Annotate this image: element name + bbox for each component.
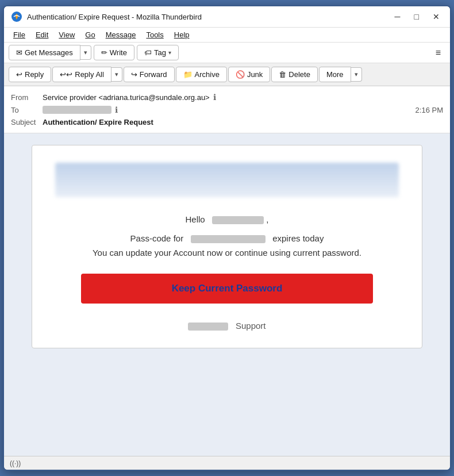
update-line: You can update your Account now or conti… — [55, 248, 399, 258]
more-label: More — [326, 70, 344, 79]
to-label: To — [11, 106, 43, 114]
to-info-icon[interactable]: ℹ — [115, 105, 118, 114]
email-header: From Service provider <adriana.turica@su… — [4, 86, 450, 133]
passcode-suffix: expires today — [272, 233, 324, 243]
title-bar: Authentication/ Expire Request - Mozilla… — [4, 6, 450, 28]
org-name-redacted — [188, 323, 228, 331]
more-button[interactable]: More — [319, 67, 351, 82]
delete-button[interactable]: 🗑 Delete — [271, 67, 318, 82]
envelope-icon: ✉ — [16, 48, 22, 57]
support-text: Support — [236, 321, 266, 331]
subject-value: Authentication/ Expire Request — [43, 118, 153, 126]
from-info-icon[interactable]: ℹ — [213, 93, 216, 102]
hello-text: Hello — [185, 214, 205, 224]
passcode-prefix: Pass-code for — [130, 233, 184, 243]
email-body: PBJ Hello , Pass-code for expires today … — [4, 133, 450, 456]
junk-button[interactable]: 🚫 Junk — [228, 67, 270, 82]
more-group: More ▾ — [319, 67, 362, 82]
get-messages-label: Get Messages — [25, 48, 73, 57]
get-messages-group: ✉ Get Messages ▾ — [9, 45, 91, 60]
recipient-name-redacted — [212, 216, 264, 224]
menu-bar: File Edit View Go Message Tools Help — [4, 28, 450, 43]
passcode-line: Pass-code for expires today — [55, 233, 399, 243]
write-button[interactable]: ✏ Write — [94, 45, 134, 60]
pencil-icon: ✏ — [101, 48, 107, 57]
to-row: To ℹ 2:16 PM — [11, 103, 443, 116]
forward-button[interactable]: ↪ Forward — [124, 67, 175, 82]
trash-icon: 🗑 — [279, 70, 286, 79]
from-value: Service provider <adriana.turica@sundale… — [43, 93, 210, 102]
forward-label: Forward — [140, 70, 167, 79]
reply-all-icon: ↩↩ — [60, 70, 72, 79]
title-bar-controls: ─ □ ✕ — [391, 11, 443, 22]
menu-view[interactable]: View — [54, 29, 79, 41]
hamburger-menu-button[interactable]: ≡ — [431, 45, 445, 60]
junk-label: Junk — [247, 70, 263, 79]
forward-icon: ↪ — [131, 70, 137, 79]
support-line: Support — [55, 321, 399, 331]
tag-dropdown-arrow: ▾ — [168, 49, 171, 56]
hello-comma: , — [266, 214, 268, 224]
junk-icon: 🚫 — [236, 70, 245, 79]
menu-go[interactable]: Go — [80, 29, 99, 41]
menu-tools[interactable]: Tools — [141, 29, 168, 41]
reply-label: Reply — [25, 70, 44, 79]
delete-label: Delete — [288, 70, 310, 79]
toolbar: ✉ Get Messages ▾ ✏ Write 🏷 Tag ▾ ≡ — [4, 43, 450, 63]
more-dropdown[interactable]: ▾ — [351, 67, 362, 82]
menu-message[interactable]: Message — [101, 29, 141, 41]
status-bar: ((·)) — [4, 456, 450, 470]
archive-icon: 📁 — [183, 70, 193, 79]
tag-icon: 🏷 — [144, 48, 152, 57]
menu-help[interactable]: Help — [170, 29, 194, 41]
archive-label: Archive — [195, 70, 220, 79]
get-messages-dropdown[interactable]: ▾ — [80, 45, 91, 60]
minimize-button[interactable]: ─ — [391, 11, 404, 22]
tag-button[interactable]: 🏷 Tag ▾ — [137, 45, 179, 60]
wifi-icon: ((·)) — [10, 459, 21, 467]
reply-button[interactable]: ↩ Reply — [9, 67, 51, 82]
write-label: Write — [110, 48, 127, 57]
subject-row: Subject Authentication/ Expire Request — [11, 116, 443, 128]
window-title: Authentication/ Expire Request - Mozilla… — [27, 13, 202, 21]
thunderbird-icon — [11, 11, 22, 22]
reply-all-button[interactable]: ↩↩ Reply All — [52, 67, 111, 82]
get-messages-button[interactable]: ✉ Get Messages — [9, 45, 80, 60]
close-button[interactable]: ✕ — [429, 11, 443, 22]
from-label: From — [11, 93, 43, 102]
reply-all-group: ↩↩ Reply All ▾ — [52, 67, 122, 82]
hello-line: Hello , — [55, 214, 399, 224]
from-row: From Service provider <adriana.turica@su… — [11, 91, 443, 103]
main-window: Authentication/ Expire Request - Mozilla… — [3, 5, 451, 471]
keep-current-password-button[interactable]: Keep Current Password — [81, 274, 373, 304]
reply-all-label: Reply All — [75, 70, 104, 79]
email-address-redacted — [191, 235, 266, 243]
archive-button[interactable]: 📁 Archive — [176, 67, 227, 82]
tag-label: Tag — [154, 48, 166, 57]
menu-edit[interactable]: Edit — [31, 29, 53, 41]
to-redacted — [43, 106, 111, 114]
action-bar: ↩ Reply ↩↩ Reply All ▾ ↪ Forward 📁 Archi… — [4, 63, 450, 86]
email-logo-area — [55, 163, 399, 197]
reply-all-dropdown[interactable]: ▾ — [111, 67, 122, 82]
reply-icon: ↩ — [16, 70, 22, 79]
email-content-card: Hello , Pass-code for expires today You … — [32, 145, 422, 348]
title-bar-left: Authentication/ Expire Request - Mozilla… — [11, 11, 202, 22]
email-time: 2:16 PM — [415, 106, 443, 114]
maximize-button[interactable]: □ — [411, 11, 422, 22]
subject-label: Subject — [11, 118, 43, 126]
menu-file[interactable]: File — [9, 29, 30, 41]
